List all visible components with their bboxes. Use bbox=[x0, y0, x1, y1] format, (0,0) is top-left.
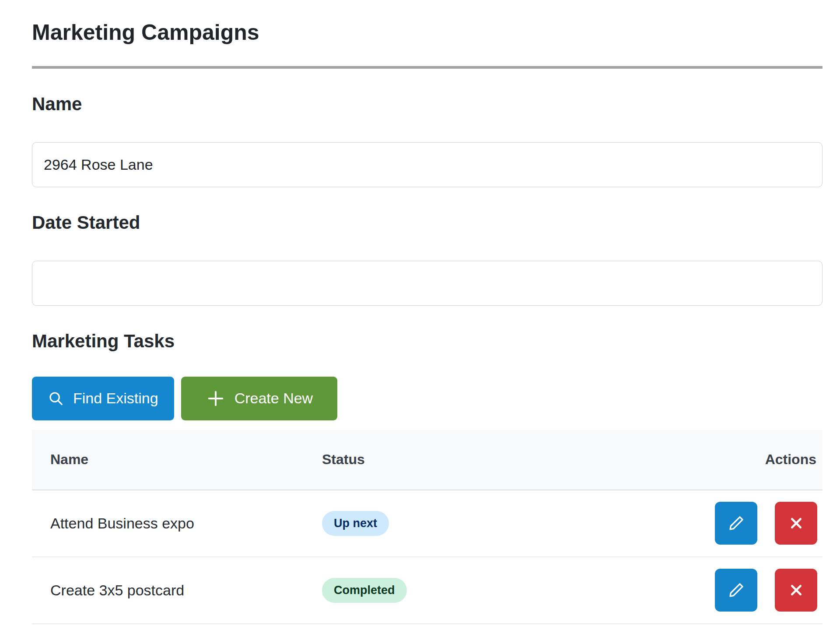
column-header-name: Name bbox=[32, 451, 322, 468]
table-row: Attend Business expo Up next bbox=[32, 490, 822, 557]
status-badge: Completed bbox=[322, 578, 407, 603]
x-icon bbox=[787, 581, 805, 599]
marketing-tasks-heading: Marketing Tasks bbox=[32, 330, 822, 352]
tasks-table: Name Status Actions Attend Business expo… bbox=[32, 430, 822, 624]
create-new-button[interactable]: Create New bbox=[181, 377, 338, 420]
pencil-icon bbox=[726, 513, 746, 533]
find-existing-button[interactable]: Find Existing bbox=[32, 377, 174, 420]
page-title: Marketing Campaigns bbox=[32, 20, 822, 45]
search-icon bbox=[48, 390, 64, 407]
status-badge: Up next bbox=[322, 511, 389, 536]
date-started-label: Date Started bbox=[32, 212, 822, 234]
column-header-actions: Actions bbox=[765, 451, 822, 468]
column-header-status: Status bbox=[322, 451, 765, 468]
delete-button[interactable] bbox=[775, 569, 817, 612]
pencil-icon bbox=[726, 580, 746, 600]
table-row: Create 3x5 postcard Completed bbox=[32, 557, 822, 624]
page-container: Marketing Campaigns Name Date Started Ma… bbox=[0, 20, 840, 624]
task-name: Create 3x5 postcard bbox=[32, 582, 322, 599]
task-name: Attend Business expo bbox=[32, 515, 322, 532]
find-existing-label: Find Existing bbox=[73, 390, 158, 407]
plus-icon bbox=[206, 388, 226, 409]
title-divider bbox=[32, 66, 822, 69]
name-field-label: Name bbox=[32, 93, 822, 115]
task-toolbar: Find Existing Create New bbox=[32, 377, 822, 420]
name-input[interactable] bbox=[32, 142, 822, 187]
delete-button[interactable] bbox=[775, 502, 817, 545]
x-icon bbox=[787, 514, 805, 532]
create-new-label: Create New bbox=[234, 390, 313, 407]
tasks-table-header: Name Status Actions bbox=[32, 430, 822, 490]
date-started-input[interactable] bbox=[32, 261, 822, 306]
edit-button[interactable] bbox=[715, 502, 757, 545]
edit-button[interactable] bbox=[715, 569, 757, 612]
